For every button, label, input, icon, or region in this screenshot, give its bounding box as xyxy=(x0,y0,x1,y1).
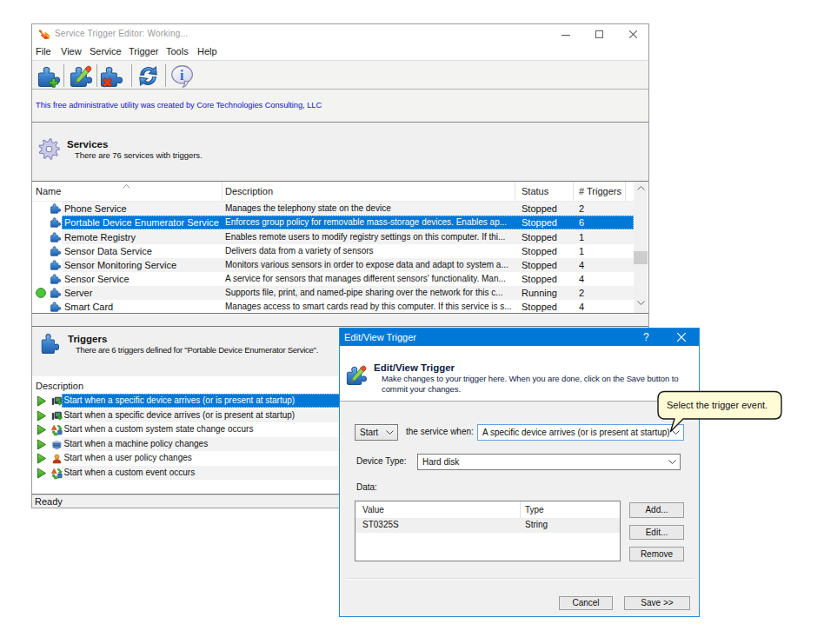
svg-text:Select the trigger event.: Select the trigger event. xyxy=(667,400,768,410)
